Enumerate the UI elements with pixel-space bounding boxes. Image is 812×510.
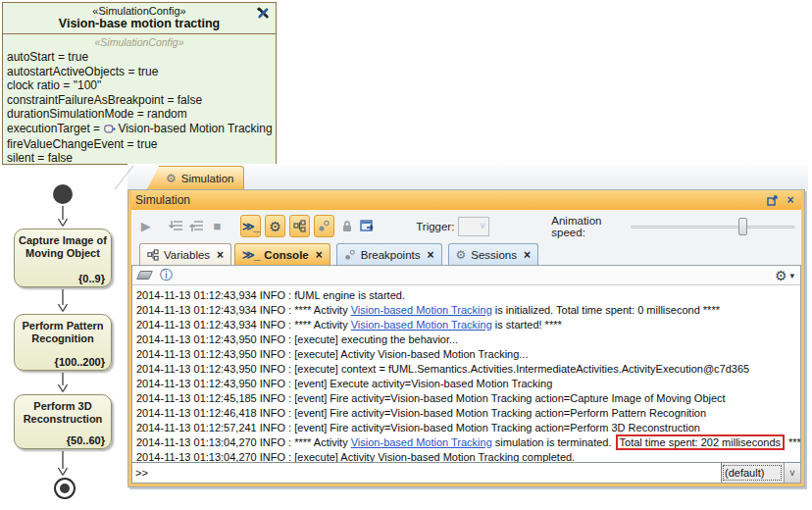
console-toolbar: ⓘ ⚙ ▾ (132, 266, 800, 285)
dock-tab-label: Simulation (181, 173, 234, 184)
action-name: Perform 3D Reconstruction (15, 395, 111, 425)
action-name: Perform Pattern Recognition (15, 315, 111, 344)
lock-icon[interactable] (338, 217, 355, 236)
stop-button[interactable]: ■ (209, 217, 226, 236)
log-text: 2014-11-13 01:12:43,934 INFO : **** Acti… (136, 304, 351, 316)
tab-variables[interactable]: Variables × (139, 243, 231, 265)
config-property: constraintFailureAsBreakpoint = false (7, 93, 272, 108)
action-name: Capture Image of Moving Object (15, 230, 111, 259)
console-log-line: 2014-11-13 01:12:43,950 INFO : [execute]… (136, 332, 796, 347)
gear-icon: ⚙ (775, 269, 787, 282)
gear-icon: ⚙ (456, 249, 467, 261)
console-log-line: 2014-11-13 01:12:45,185 INFO : [event] F… (136, 391, 796, 406)
config-body-stereotype: «SimulationConfig» (7, 35, 272, 50)
simulation-toolbar: ▶ ■ ≫_ ⚙ (131, 210, 801, 242)
console-log-line: 2014-11-13 01:12:43,934 INFO : **** Acti… (136, 318, 796, 332)
close-tab-icon[interactable]: × (217, 248, 224, 262)
simulation-config-box[interactable]: «SimulationConfig» Vision-base motion tr… (2, 2, 277, 165)
config-box-body: «SimulationConfig» autoStart = trueautos… (3, 34, 276, 165)
config-property: autoStart = true (7, 50, 272, 65)
activity-icon (104, 123, 116, 137)
tab-label: Variables (164, 249, 210, 261)
initial-node[interactable] (53, 184, 73, 204)
console-icon: ≫_ (242, 220, 259, 233)
log-text: 2014-11-13 01:12:57,241 INFO : [event] F… (136, 422, 700, 434)
activity-link[interactable]: Vision-based Motion Tracking (351, 319, 492, 331)
dock-tab-simulation[interactable]: ⚙ Simulation (147, 166, 244, 189)
config-property: durationSimulationMode = random (7, 107, 272, 122)
log-text: 2014-11-13 01:13:04,270 INFO : **** Acti… (136, 436, 351, 448)
export-image-button[interactable] (359, 217, 376, 236)
close-icon[interactable]: × (784, 193, 797, 207)
play-button[interactable]: ▶ (137, 217, 154, 236)
simulation-dock-area: ⚙ Simulation Simulation × ▶ (127, 164, 808, 491)
log-text: 2014-11-13 01:12:43,950 INFO : [event] E… (136, 378, 552, 389)
clear-console-icon[interactable] (136, 271, 153, 280)
tools-icon[interactable] (256, 6, 271, 21)
slider-thumb[interactable] (738, 218, 747, 235)
gear-icon: ⚙ (166, 173, 177, 184)
tab-label: Breakpoints (361, 249, 421, 261)
breakpoints-icon (344, 249, 356, 261)
step-over-button[interactable] (188, 217, 205, 236)
slider-track (631, 226, 795, 229)
activity-final-node[interactable] (54, 478, 76, 499)
log-text: 2014-11-13 01:13:04,270 INFO : [execute]… (136, 451, 575, 462)
log-text: 2014-11-13 01:12:43,950 INFO : [execute]… (136, 333, 458, 345)
language-selector[interactable]: (default) (721, 463, 784, 483)
duration-constraint: {100..200} (55, 356, 105, 368)
config-property: clock ratio = "100" (7, 78, 272, 93)
log-text: 2014-11-13 01:12:43,934 INFO : **** Acti… (136, 319, 351, 331)
simulation-titlebar[interactable]: Simulation × (131, 190, 801, 210)
toggle-simulation-pane-button[interactable]: ⚙ (265, 215, 285, 237)
dock-tab-strip: ⚙ Simulation (127, 164, 808, 189)
log-text: 2014-11-13 01:12:43,950 INFO : [execute]… (136, 348, 528, 360)
activity-link[interactable]: Vision-based Motion Tracking (351, 304, 492, 316)
simulation-client: ▶ ■ ≫_ ⚙ (131, 210, 801, 484)
log-text: 2014-11-13 01:12:43,950 INFO : [execute]… (136, 363, 749, 375)
toggle-breakpoints-pane-button[interactable] (314, 215, 334, 237)
console-prompt-input[interactable]: >> (132, 463, 721, 483)
simulation-window: Simulation × ▶ ■ (127, 189, 805, 487)
log-text: **** (786, 436, 800, 448)
console-log-line: 2014-11-13 01:12:43,950 INFO : [execute]… (136, 347, 796, 362)
action-pattern-recognition[interactable]: Perform Pattern Recognition {100..200} (14, 314, 112, 371)
tree-icon (293, 220, 306, 232)
action-3d-reconstruction[interactable]: Perform 3D Reconstruction {50..60} (14, 394, 112, 449)
action-capture-image[interactable]: Capture Image of Moving Object {0..9} (14, 229, 112, 287)
info-icon[interactable]: ⓘ (160, 269, 173, 281)
config-stereotype: «SimulationConfig» (3, 5, 276, 17)
console-icon: ≫_ (242, 248, 259, 262)
language-selector-arrow[interactable]: ˅ (784, 463, 800, 483)
tab-console[interactable]: ≫_ Console × (234, 243, 330, 265)
activity-link[interactable]: Vision-based Motion Tracking (351, 436, 492, 448)
animation-speed-label: Animation speed: (551, 215, 627, 238)
total-time-highlight: Total time spent: 202 milliseconds (616, 434, 785, 450)
console-prompt-row: >> (default) ˅ (132, 462, 800, 483)
config-box-header: «SimulationConfig» Vision-base motion tr… (3, 3, 276, 34)
float-window-icon[interactable] (765, 193, 779, 207)
console-log-line: 2014-11-13 01:12:46,418 INFO : [event] F… (136, 406, 796, 421)
config-property: silent = false (7, 151, 272, 165)
breakpoints-icon (318, 220, 330, 232)
console-options-button[interactable]: ⚙ ▾ (775, 269, 794, 282)
toggle-variables-pane-button[interactable] (289, 215, 310, 237)
close-tab-icon[interactable]: × (524, 248, 531, 262)
console-log: 2014-11-13 01:12:43,934 INFO : fUML engi… (132, 285, 800, 462)
console-log-line: 2014-11-13 01:13:04,270 INFO : [execute]… (136, 450, 796, 462)
animation-speed-slider[interactable] (631, 218, 795, 235)
tab-breakpoints[interactable]: Breakpoints × (336, 243, 442, 265)
duration-constraint: {0..9} (78, 273, 105, 284)
step-into-button[interactable] (167, 217, 183, 236)
console-log-line: 2014-11-13 01:12:43,934 INFO : fUML engi… (136, 288, 796, 303)
console-panel: ⓘ ⚙ ▾ 2014-11-13 01:12:43,934 INFO : fUM… (131, 265, 801, 484)
close-tab-icon[interactable]: × (427, 248, 433, 262)
tab-sessions[interactable]: ⚙ Sessions × (448, 243, 538, 265)
config-title: Vision-base motion tracting (3, 17, 276, 30)
close-tab-icon[interactable]: × (316, 248, 323, 262)
config-property: executionTarget = Vision-based Motion Tr… (7, 122, 272, 137)
trigger-dropdown[interactable]: ˅ (458, 217, 489, 236)
toggle-console-pane-button[interactable]: ≫_ (240, 215, 261, 237)
trigger-label: Trigger: (416, 221, 454, 232)
tab-label: Sessions (471, 249, 517, 261)
